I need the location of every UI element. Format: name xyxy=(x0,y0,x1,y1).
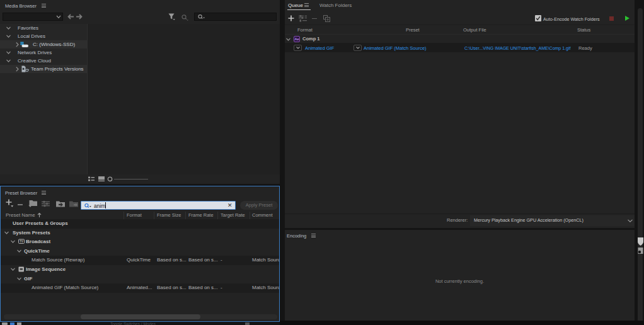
svg-text:TV: TV xyxy=(20,240,23,243)
